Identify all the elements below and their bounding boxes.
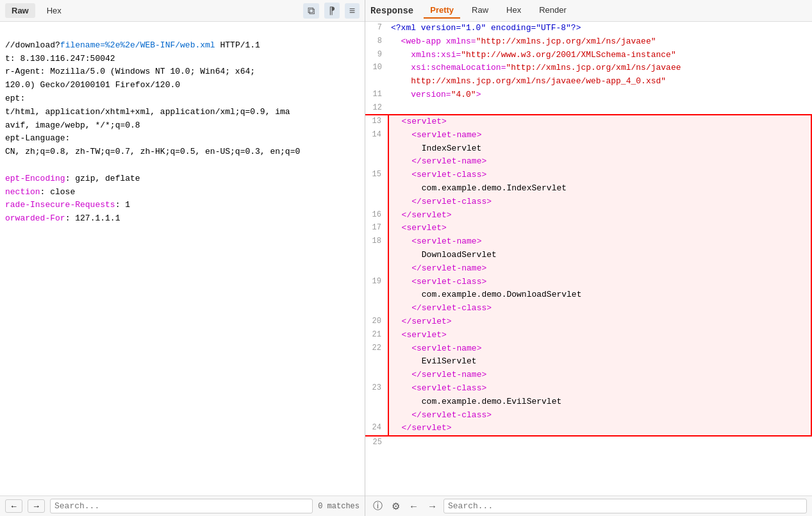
table-row: 24 </servlet> [365, 422, 811, 436]
code-cell: http://xmlns.jcp.org/xml/ns/javaee/web-a… [388, 75, 811, 88]
line-number [365, 369, 388, 382]
line-number: 15 [365, 169, 388, 182]
right-panel: Response Pretty Raw Hex Render 7<?xml ve… [365, 0, 812, 516]
table-row: 10 xsi:schemaLocation="http://xmlns.jcp.… [365, 62, 811, 75]
code-cell: </servlet-name> [388, 155, 811, 169]
table-row: 16 </servlet> [365, 209, 811, 222]
nav-back-left[interactable]: ← [5, 499, 22, 513]
table-row: EvilServlet [365, 355, 811, 369]
line-number [365, 355, 388, 369]
tab-raw-right[interactable]: Raw [465, 3, 495, 19]
line-number: 10 [365, 62, 388, 75]
table-row: </servlet-name> [365, 155, 811, 169]
table-row: 19 <servlet-class> [365, 276, 811, 289]
tab-hex-right[interactable]: Hex [500, 3, 527, 19]
table-row: </servlet-class> [365, 302, 811, 315]
code-cell: </servlet-name> [388, 369, 811, 382]
search-input-right[interactable] [443, 499, 807, 513]
nav-back-right[interactable]: ← [406, 499, 421, 513]
right-content: 7<?xml version="1.0" encoding="UTF-8"?>8… [365, 22, 812, 495]
line-number: 14 [365, 129, 388, 142]
line-number: 18 [365, 235, 388, 249]
table-row: com.example.demo.EvilServlet [365, 395, 811, 409]
table-row: com.example.demo.DownloadServlet [365, 288, 811, 302]
line-number: 24 [365, 422, 388, 436]
nav-fwd-right[interactable]: → [425, 499, 440, 513]
blank-line [5, 160, 10, 170]
line-number [365, 196, 388, 209]
code-cell: DownloadServlet [388, 249, 811, 262]
table-row: </servlet-class> [365, 409, 811, 422]
menu-icon[interactable]: ≡ [345, 3, 360, 19]
code-cell: com.example.demo.IndexServlet [388, 182, 811, 196]
code-cell [388, 436, 811, 449]
forwarded-for: orwarded-For: 127.1.1.1 [5, 213, 120, 223]
code-cell: <servlet-name> [388, 235, 811, 249]
line-number [365, 395, 388, 409]
accept-header-val2: avif, image/webp, */*;q=0.8 [5, 121, 140, 130]
line-number: 25 [365, 436, 388, 449]
tab-hex-left[interactable]: Hex [40, 3, 68, 18]
tab-render[interactable]: Render [533, 3, 573, 19]
table-row: IndexServlet [365, 142, 811, 156]
line-number: 11 [365, 88, 388, 102]
table-row: </servlet-class> [365, 196, 811, 209]
table-row: com.example.demo.IndexServlet [365, 182, 811, 196]
table-row: 15 <servlet-class> [365, 169, 811, 182]
code-cell: xsi:schemaLocation="http://xmlns.jcp.org… [388, 62, 811, 75]
left-content: //download?filename=%2e%2e/WEB-INF/web.x… [0, 22, 365, 495]
copy-icon[interactable]: ⧉ [303, 3, 319, 19]
line-number: 16 [365, 209, 388, 222]
line-number: 23 [365, 382, 388, 395]
host-header: t: 8.130.116.247:50042 [5, 54, 115, 63]
line-number [365, 288, 388, 302]
code-cell: </servlet-class> [388, 196, 811, 209]
line-number [365, 262, 388, 276]
line-number [365, 142, 388, 156]
table-row: 23 <servlet-class> [365, 382, 811, 395]
table-row: 11 version="4.0"> [365, 88, 811, 102]
table-row: 9 xmlns:xsi="http://www.w3.org/2001/XMLS… [365, 49, 811, 62]
help-icon[interactable]: ⓘ [370, 499, 385, 513]
line-number: 21 [365, 329, 388, 342]
request-line: //download?filename=%2e%2e/WEB-INF/web.x… [5, 40, 260, 50]
left-panel: Raw Hex ⧉ ⁋ ≡ //download?filename=%2e%2e… [0, 0, 365, 516]
match-count-left: 0 matches [318, 502, 360, 511]
code-cell: com.example.demo.DownloadServlet [388, 288, 811, 302]
nav-fwd-left[interactable]: → [28, 499, 45, 513]
code-cell: <servlet> [388, 115, 811, 129]
tab-pretty[interactable]: Pretty [424, 3, 460, 19]
main-container: Raw Hex ⧉ ⁋ ≡ //download?filename=%2e%2e… [0, 0, 812, 516]
line-number [365, 182, 388, 196]
line-number: 20 [365, 315, 388, 329]
code-cell: <?xml version="1.0" encoding="UTF-8"?> [388, 22, 811, 35]
line-number: 7 [365, 22, 388, 35]
wrap-icon[interactable]: ⁋ [324, 3, 340, 19]
response-title: Response [370, 6, 413, 16]
code-cell: </servlet-class> [388, 409, 811, 422]
table-row: 7<?xml version="1.0" encoding="UTF-8"?> [365, 22, 811, 35]
code-cell: <servlet-class> [388, 276, 811, 289]
line-number: 9 [365, 49, 388, 62]
upgrade-insecure: rade-Insecure-Requests: 1 [5, 200, 130, 210]
code-cell: </servlet> [388, 209, 811, 222]
code-cell: </servlet-name> [388, 262, 811, 276]
code-cell: <servlet> [388, 222, 811, 235]
accept-lang-key: ept-Language: [5, 133, 70, 143]
left-header-icons: ⧉ ⁋ ≡ [303, 3, 360, 19]
right-header: Response Pretty Raw Hex Render [365, 0, 812, 22]
code-cell: EvilServlet [388, 355, 811, 369]
connection: nection: close [5, 187, 75, 197]
line-number [365, 249, 388, 262]
settings-icon[interactable]: ⚙ [389, 499, 402, 513]
search-input-left[interactable] [50, 499, 313, 513]
code-cell: <servlet-name> [388, 129, 811, 142]
table-row: 13 <servlet> [365, 115, 811, 129]
table-row: 12 [365, 102, 811, 115]
line-number: 12 [365, 102, 388, 115]
table-row: 21 <servlet> [365, 329, 811, 342]
line-number: 17 [365, 222, 388, 235]
tab-raw-left[interactable]: Raw [5, 3, 35, 18]
line-number: 19 [365, 276, 388, 289]
right-footer: ⓘ ⚙ ← → [365, 495, 812, 516]
